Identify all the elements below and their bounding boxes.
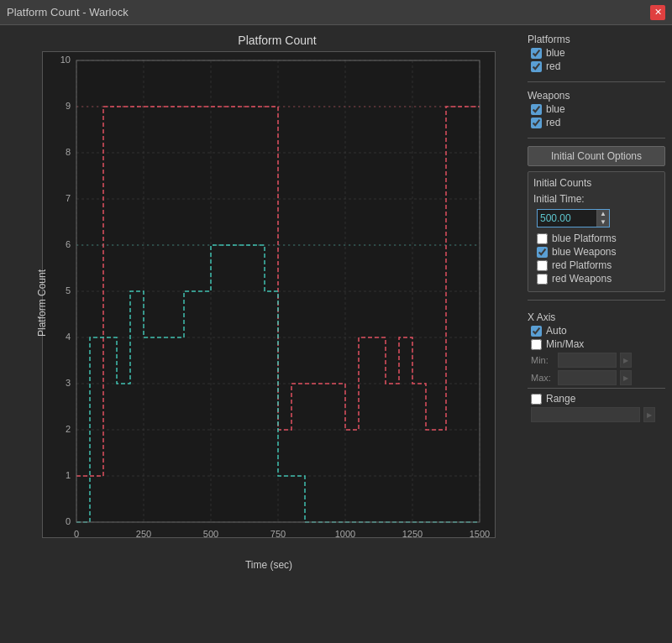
main-content: Platform Count Platform Count	[0, 25, 672, 643]
chart-title: Platform Count	[42, 34, 512, 47]
blue-platform-row: blue	[531, 47, 665, 59]
svg-text:1250: 1250	[402, 529, 423, 538]
divider-3	[528, 300, 665, 301]
svg-text:500: 500	[203, 529, 218, 538]
red-weapon-row: red	[531, 117, 665, 128]
chart-container: Platform Count	[42, 51, 512, 555]
svg-text:1000: 1000	[335, 529, 355, 538]
spinbox-buttons: ▲ ▼	[596, 210, 609, 227]
blue-weapons-ic-label: blue Weapons	[552, 246, 617, 258]
svg-text:9: 9	[66, 101, 71, 111]
initial-time-input[interactable]: 500.00	[538, 211, 596, 226]
blue-platforms-ic-checkbox[interactable]	[537, 233, 548, 244]
x-min-input[interactable]	[558, 353, 617, 368]
initial-counts-label: Initial Counts	[533, 177, 659, 189]
blue-platforms-ic-row: blue Platforms	[537, 233, 659, 244]
x-range-checkbox[interactable]	[531, 394, 542, 405]
red-weapons-ic-checkbox[interactable]	[537, 274, 548, 285]
chart-svg: 0 1 2 3 4 5 6 7 8 9 10 0 250 500 750 1	[42, 51, 496, 538]
blue-weapon-row: blue	[531, 103, 665, 115]
red-platforms-ic-row: red Platforms	[537, 259, 659, 271]
initial-time-row: Initial Time:	[533, 193, 659, 205]
svg-text:750: 750	[270, 529, 286, 538]
close-button[interactable]: ✕	[650, 5, 665, 20]
x-minmax-row: Min/Max	[531, 338, 665, 350]
x-range-spin-button[interactable]: ▶	[643, 407, 655, 422]
initial-time-spinbox[interactable]: 500.00 ▲ ▼	[537, 209, 610, 227]
red-platforms-ic-checkbox[interactable]	[537, 260, 548, 271]
initial-count-options-button[interactable]: Initial Count Options	[528, 146, 665, 166]
sidebar: Platforms blue red Weapons blue red	[521, 25, 672, 643]
svg-text:1500: 1500	[470, 529, 490, 538]
svg-text:3: 3	[66, 378, 71, 388]
platforms-section: Platforms blue red	[528, 34, 665, 74]
x-max-input[interactable]	[558, 370, 617, 385]
x-min-spin-button[interactable]: ▶	[620, 353, 632, 368]
x-auto-row: Auto	[531, 325, 665, 337]
blue-platform-checkbox[interactable]	[531, 48, 542, 59]
svg-text:250: 250	[136, 529, 151, 538]
red-platforms-ic-label: red Platforms	[552, 259, 612, 271]
svg-text:7: 7	[66, 193, 71, 203]
x-axis-label: Time (sec)	[42, 559, 496, 571]
svg-text:8: 8	[66, 147, 71, 157]
x-range-checkbox-row: Range	[531, 393, 665, 405]
x-range-input[interactable]	[531, 407, 640, 422]
x-min-label: Min:	[531, 355, 554, 365]
weapons-label: Weapons	[528, 90, 665, 102]
spinbox-up-button[interactable]: ▲	[597, 210, 609, 218]
title-bar: Platform Count - Warlock ✕	[0, 0, 672, 25]
svg-text:1: 1	[66, 470, 71, 480]
initial-counts-section: Initial Counts Initial Time: 500.00 ▲ ▼ …	[528, 171, 665, 292]
blue-platform-label: blue	[546, 47, 565, 59]
red-platform-row: red	[531, 60, 665, 72]
svg-text:4: 4	[66, 332, 71, 342]
svg-text:5: 5	[66, 285, 71, 295]
svg-text:0: 0	[74, 529, 79, 538]
blue-platforms-ic-label: blue Platforms	[552, 233, 617, 244]
x-range-label: Range	[546, 393, 575, 405]
x-min-row: Min: ▶	[531, 353, 665, 368]
blue-weapons-ic-row: blue Weapons	[537, 246, 659, 258]
blue-weapon-label: blue	[546, 103, 565, 115]
blue-weapons-ic-checkbox[interactable]	[537, 247, 548, 258]
red-platform-label: red	[546, 60, 560, 72]
divider-1	[528, 81, 665, 82]
x-minmax-checkbox[interactable]	[531, 339, 542, 350]
svg-text:6: 6	[66, 239, 71, 249]
chart-area: Platform Count Platform Count	[0, 25, 521, 643]
platforms-label: Platforms	[528, 34, 665, 45]
spinbox-down-button[interactable]: ▼	[597, 218, 609, 227]
x-axis-section: X Axis Auto Min/Max Min: ▶ Max: ▶	[528, 311, 665, 422]
window-title: Platform Count - Warlock	[7, 6, 129, 18]
weapons-section: Weapons blue red	[528, 90, 665, 130]
svg-text:10: 10	[60, 55, 71, 65]
x-max-label: Max:	[531, 373, 554, 383]
x-minmax-label: Min/Max	[546, 338, 584, 350]
red-weapons-ic-label: red Weapons	[552, 273, 612, 285]
red-platform-checkbox[interactable]	[531, 61, 542, 72]
range-input-row: ▶	[531, 407, 665, 422]
x-range-row: Range ▶	[528, 393, 665, 422]
red-weapon-checkbox[interactable]	[531, 118, 542, 128]
blue-weapon-checkbox[interactable]	[531, 104, 542, 115]
divider-4	[528, 388, 665, 389]
svg-text:2: 2	[66, 424, 71, 434]
x-auto-label: Auto	[546, 325, 567, 337]
x-max-row: Max: ▶	[531, 370, 665, 385]
y-axis-label: Platform Count	[36, 269, 48, 337]
initial-time-label: Initial Time:	[533, 193, 585, 205]
divider-2	[528, 138, 665, 139]
red-weapons-ic-row: red Weapons	[537, 273, 659, 285]
svg-text:0: 0	[66, 516, 71, 526]
x-auto-checkbox[interactable]	[531, 326, 542, 337]
x-max-spin-button[interactable]: ▶	[620, 370, 632, 385]
red-weapon-label: red	[546, 117, 560, 128]
x-axis-label: X Axis	[528, 311, 665, 323]
